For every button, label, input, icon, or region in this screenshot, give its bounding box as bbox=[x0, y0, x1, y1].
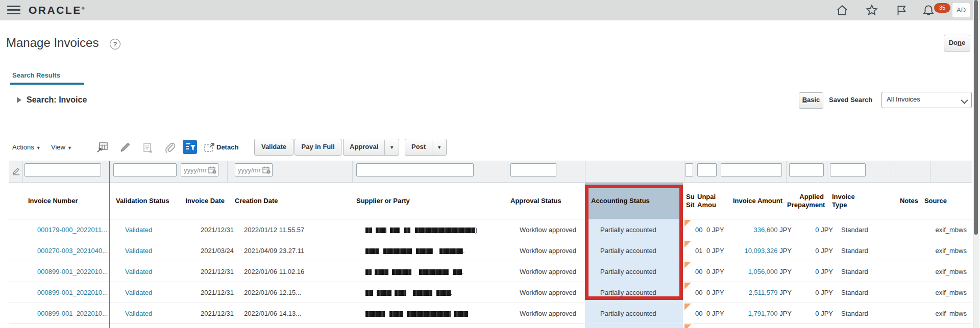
vertical-scrollbar-thumb[interactable] bbox=[974, 0, 978, 235]
table-row[interactable]: 000179-000_2022011...Validated2021/12/31… bbox=[9, 219, 972, 240]
table-row[interactable]: 000270-003_2021040...Validated2021/03/24… bbox=[9, 240, 972, 261]
accounting-status-cell bbox=[594, 324, 692, 328]
detach-label[interactable]: Detach bbox=[216, 143, 238, 151]
invoice-amount-cell[interactable]: 1,056,000 JPY bbox=[727, 261, 792, 282]
column-header-creation-date[interactable]: Creation Date bbox=[235, 183, 351, 219]
column-header-invoice-date[interactable]: Invoice Date bbox=[179, 183, 225, 219]
detach-icon[interactable] bbox=[203, 142, 216, 155]
redacted-block bbox=[453, 269, 462, 275]
column-header-source[interactable]: Source bbox=[914, 183, 958, 219]
column-header-invoice-number[interactable]: Invoice Number bbox=[22, 183, 113, 219]
accounting-status-cell: Partially accounted bbox=[594, 303, 692, 324]
attachment-paperclip-icon[interactable] bbox=[163, 141, 177, 154]
flag-watchlist-icon[interactable] bbox=[895, 4, 908, 17]
help-icon[interactable]: ? bbox=[110, 39, 120, 49]
basic-search-button[interactable]: Basic bbox=[799, 92, 823, 109]
done-button[interactable]: Done bbox=[944, 35, 970, 52]
invoice-number-cell[interactable]: 000899-001_2022010... bbox=[32, 303, 122, 324]
column-header-supplier-or-party[interactable]: Supplier or Party bbox=[356, 183, 505, 219]
invoice-number-cell[interactable]: 000270-003_2021040... bbox=[32, 240, 122, 261]
filter-applied-prepayment[interactable] bbox=[789, 163, 824, 176]
tab-underline bbox=[10, 83, 84, 85]
page-title: Manage Invoices bbox=[6, 36, 99, 50]
calendar-icon[interactable] bbox=[208, 165, 217, 174]
column-header-approval-status[interactable]: Approval Status bbox=[510, 183, 583, 219]
qbe-pencil-icon bbox=[12, 166, 21, 175]
filter-invoice-number[interactable] bbox=[24, 163, 101, 176]
column-header-su[interactable]: SuSit bbox=[685, 183, 696, 219]
filter-unpaid-amount[interactable] bbox=[697, 163, 717, 176]
notification-count-badge: 35 bbox=[934, 3, 950, 13]
approval-status-cell bbox=[520, 324, 592, 328]
filter-approval-status[interactable] bbox=[510, 163, 556, 176]
favorites-star-icon[interactable] bbox=[865, 4, 878, 17]
filter-supplier[interactable] bbox=[356, 163, 474, 176]
query-by-example-filter-icon[interactable] bbox=[183, 140, 197, 154]
calendar-icon[interactable] bbox=[262, 165, 271, 174]
source-cell: exif_mbws bbox=[923, 219, 967, 240]
supplier-site-cell: 00 bbox=[694, 261, 705, 282]
validate-button[interactable]: Validate bbox=[254, 139, 293, 156]
invoice-amount-cell[interactable]: 10,093,326 JPY bbox=[727, 240, 792, 261]
view-menu[interactable]: View▼ bbox=[51, 143, 72, 151]
column-header-applied[interactable]: AppliedPrepayment bbox=[787, 183, 824, 219]
edit-pencil-icon[interactable] bbox=[118, 141, 132, 154]
invoice-amount-cell[interactable] bbox=[727, 324, 792, 328]
table-row[interactable]: 000899-001_2022010...Validated2021/12/31… bbox=[9, 303, 972, 324]
invoice-number-cell[interactable]: 000899-001_2022010... bbox=[32, 282, 122, 303]
supplier-cell-redacted: ) bbox=[365, 219, 514, 240]
supplier-cell-redacted: . bbox=[365, 240, 514, 261]
tab-search-results[interactable]: Search Results bbox=[12, 71, 60, 79]
redacted-block bbox=[383, 248, 412, 254]
source-cell: exif_mbws bbox=[923, 240, 967, 261]
applied-prepayment-cell bbox=[796, 324, 833, 328]
supplier-cell-redacted: . bbox=[365, 282, 514, 303]
filter-cell-divider bbox=[891, 161, 891, 183]
export-to-excel-icon[interactable] bbox=[96, 141, 109, 154]
column-header-invoice-amount[interactable]: Invoice Amount bbox=[718, 183, 782, 219]
chevron-down-icon: ▼ bbox=[432, 140, 446, 155]
post-split-button[interactable]: Post▼ bbox=[405, 139, 447, 156]
invoice-number-cell[interactable]: 000179-000_2022011... bbox=[32, 219, 122, 240]
filter-validation-status[interactable] bbox=[113, 163, 177, 176]
accounting-status-cell: Partially accounted bbox=[594, 219, 692, 240]
user-avatar[interactable]: AD bbox=[952, 3, 970, 17]
modified-cell-triangle-marker bbox=[684, 241, 691, 247]
filter-supplier-site[interactable] bbox=[685, 163, 693, 176]
filter-cell-divider bbox=[507, 161, 507, 183]
table-row[interactable] bbox=[9, 324, 972, 328]
redacted-block bbox=[407, 311, 451, 317]
invoice-date-cell: 2021/03/24 bbox=[188, 240, 234, 261]
invoice-amount-cell[interactable]: 1,791,700 JPY bbox=[727, 303, 792, 324]
supplier-cell-redacted: . bbox=[365, 261, 514, 282]
invoice-amount-cell[interactable]: 2,511,579 JPY bbox=[727, 282, 792, 303]
actions-menu[interactable]: Actions▼ bbox=[12, 143, 41, 151]
approval-split-button[interactable]: Approval▼ bbox=[343, 139, 399, 156]
hamburger-menu-icon[interactable] bbox=[7, 6, 20, 15]
filter-invoice-type[interactable] bbox=[830, 163, 866, 176]
redacted-block bbox=[416, 248, 433, 254]
invoice-amount-cell[interactable]: 336,600 JPY bbox=[727, 219, 792, 240]
table-row[interactable]: 000899-001_2022010...Validated2021/12/31… bbox=[9, 261, 972, 282]
chevron-down-icon: ▼ bbox=[384, 140, 399, 155]
invoice-number-cell[interactable] bbox=[32, 324, 122, 328]
table-row[interactable]: 000899-001_2022010...Validated2021/12/31… bbox=[9, 282, 972, 303]
invoice-number-cell[interactable]: 000899-001_2022010... bbox=[32, 261, 122, 282]
column-header-accounting-status[interactable]: Accounting Status bbox=[585, 183, 683, 219]
column-header-validation-status[interactable]: Validation Status bbox=[109, 183, 183, 219]
redacted-block bbox=[376, 228, 386, 233]
supplier-cell-redacted bbox=[365, 303, 514, 324]
pay-in-full-button[interactable]: Pay in Full bbox=[295, 139, 341, 156]
expand-triangle-icon[interactable] bbox=[17, 97, 21, 103]
notifications-bell-icon[interactable] bbox=[922, 4, 935, 17]
approval-status-cell: Workflow approved bbox=[520, 282, 592, 303]
filter-invoice-amount[interactable] bbox=[721, 163, 782, 176]
redacted-block bbox=[365, 228, 372, 233]
saved-search-select[interactable]: All Invoices bbox=[881, 92, 972, 108]
filter-cell-divider bbox=[22, 161, 23, 183]
column-header-invoice[interactable]: InvoiceType bbox=[831, 183, 889, 219]
home-icon[interactable] bbox=[836, 4, 849, 17]
redacted-block bbox=[365, 269, 372, 275]
saved-search-label: Saved Search bbox=[829, 96, 872, 104]
column-header-unpai[interactable]: UnpaiAmou bbox=[697, 183, 719, 219]
